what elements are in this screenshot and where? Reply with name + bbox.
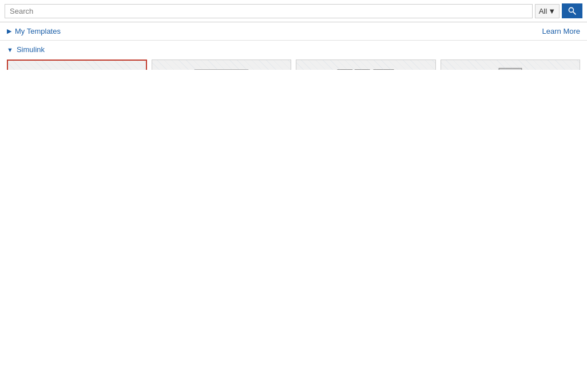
simulink-header[interactable]: ▼ Simulink [7, 41, 580, 60]
svg-point-0 [569, 7, 573, 12]
card-preview-blank-subsystem: Subsystem [152, 60, 291, 70]
template-card-blank-project[interactable]: Blank Project [441, 60, 581, 70]
filter-label: All [539, 7, 547, 15]
simulink-label: Simulink [17, 45, 45, 54]
search-button[interactable] [562, 3, 582, 18]
my-templates-label: My Templates [15, 27, 61, 35]
template-card-blank-library[interactable]: Gain Sum Intg Mux Block Blank Library [296, 60, 436, 70]
template-card-blank-model[interactable]: In Out ✓ Blank Model [7, 60, 147, 70]
template-grid-row1: In Out ✓ Blank Model [7, 60, 580, 70]
search-bar: All ▼ [0, 0, 587, 22]
svg-line-1 [573, 12, 576, 15]
search-input[interactable] [5, 4, 533, 18]
expand-icon: ▶ [7, 27, 11, 35]
template-card-blank-subsystem[interactable]: Subsystem Blank Subsystem [152, 60, 292, 70]
simulink-section: ▼ Simulink In Out [0, 41, 587, 70]
search-filter-dropdown[interactable]: All ▼ [535, 4, 560, 18]
card-preview-blank-library: Gain Sum Intg Mux Block [296, 60, 435, 70]
search-icon [568, 6, 577, 15]
collapse-icon: ▼ [7, 46, 13, 53]
card-preview-blank-model: In Out ✓ [8, 61, 146, 70]
my-templates-section[interactable]: ▶ My Templates Learn More [0, 22, 587, 41]
card-preview-blank-project [441, 60, 580, 70]
learn-more-link[interactable]: Learn More [542, 27, 580, 35]
chevron-down-icon: ▼ [548, 7, 556, 15]
